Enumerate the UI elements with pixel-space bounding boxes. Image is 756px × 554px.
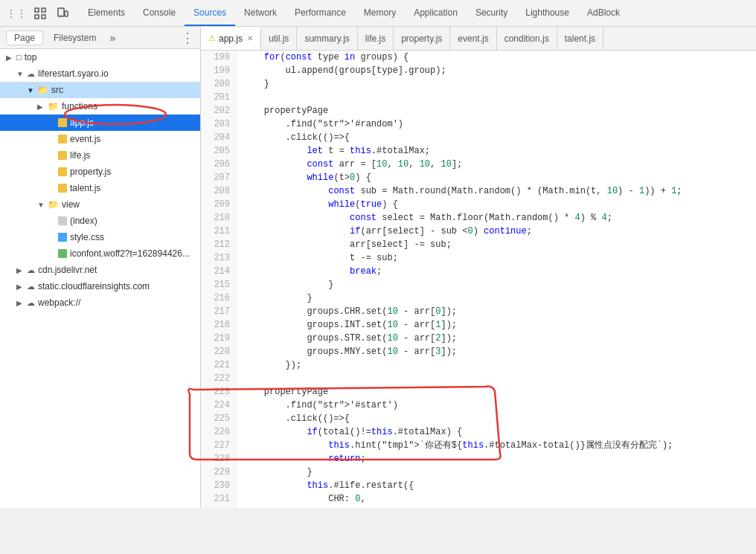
domain-icon: ☁ [27, 298, 35, 308]
file-tab-propertyjs[interactable]: property.js [394, 27, 450, 50]
tab-memory[interactable]: Memory [355, 0, 405, 26]
arrow-icon: ▶ [16, 283, 27, 291]
sidebar-options-icon[interactable]: ⋮ [181, 30, 194, 46]
tree-item-domain[interactable]: ▼ ☁ liferestart.syaro.io [0, 65, 200, 82]
devtools-toolbar: ⋮⋮ Elements Console Sources Network Perf… [0, 0, 756, 27]
warning-icon: ⚠ [208, 33, 216, 43]
tree-label-webpack: webpack:// [38, 297, 80, 308]
file-tab-label: condition.js [504, 33, 549, 44]
arrow-icon: ▶ [16, 266, 27, 274]
file-tab-summaryjs[interactable]: summary.js [297, 27, 357, 50]
code-container[interactable]: 1981992002012022032042052062072082092102… [201, 51, 756, 508]
file-icon [58, 216, 67, 225]
tab-performance[interactable]: Performance [286, 0, 355, 26]
tab-lighthouse[interactable]: Lighthouse [516, 0, 578, 26]
svg-rect-2 [42, 8, 45, 12]
page-tab[interactable]: Page [6, 30, 43, 45]
tab-network[interactable]: Network [235, 0, 286, 26]
file-tab-label: life.js [365, 33, 385, 44]
sidebar-header: Page Filesystem » ⋮ [0, 27, 200, 49]
tree-item-iconfont[interactable]: iconfont.woff2?t=162894426... [0, 245, 200, 262]
domain-icon: ☁ [27, 265, 35, 275]
svg-rect-5 [65, 11, 68, 16]
tab-application[interactable]: Application [405, 0, 467, 26]
code-content[interactable]: for(const type in groups) { ul.append(gr… [237, 51, 756, 508]
js-file-icon [58, 184, 67, 193]
tree-item-eventjs[interactable]: event.js [0, 131, 200, 147]
inspect-icon[interactable] [30, 3, 51, 24]
js-file-icon [58, 135, 67, 144]
tab-elements[interactable]: Elements [79, 0, 134, 26]
line-numbers: 1981992002012022032042052062072082092102… [201, 51, 237, 508]
tree-label-iconfont: iconfont.woff2?t=162894426... [70, 248, 190, 259]
tree-label-functions: functions [62, 101, 97, 112]
file-tree: ▶ □ top ▼ ☁ liferestart.syaro.io ▼ 📁 src [0, 49, 200, 311]
tab-security[interactable]: Security [467, 0, 516, 26]
tree-item-cloudflare[interactable]: ▶ ☁ static.cloudflareinsights.com [0, 278, 200, 294]
file-tab-utiljs[interactable]: util.js [261, 27, 297, 50]
tab-console[interactable]: Console [134, 0, 185, 26]
tree-item-appjs[interactable]: app.js [0, 115, 200, 131]
js-file-icon [58, 167, 67, 176]
tree-label-index: (index) [70, 216, 97, 226]
js-file-icon [58, 118, 67, 127]
file-tab-label: app.js [219, 33, 243, 44]
tree-label-eventjs: event.js [70, 134, 100, 144]
tree-item-propertyjs[interactable]: property.js [0, 164, 200, 180]
tree-item-view[interactable]: ▼ 📁 view [0, 196, 200, 213]
arrow-icon: ▼ [37, 201, 48, 209]
tree-item-index[interactable]: (index) [0, 213, 200, 229]
device-toggle-icon[interactable] [52, 3, 73, 24]
file-tab-conditionjs[interactable]: condition.js [497, 27, 557, 50]
tree-item-src[interactable]: ▼ 📁 src [0, 82, 200, 98]
arrow-icon: ▶ [16, 299, 27, 307]
file-tabs: ⚠ app.js ✕ util.js summary.js life.js pr… [201, 27, 756, 51]
svg-rect-3 [42, 15, 45, 19]
svg-point-6 [60, 14, 61, 15]
close-icon[interactable]: ✕ [247, 34, 253, 42]
svg-rect-0 [35, 8, 39, 12]
folder-icon: 📁 [37, 85, 48, 95]
tree-label-cloudflare: static.cloudflareinsights.com [38, 281, 150, 292]
drag-handle: ⋮⋮ [3, 7, 30, 19]
more-button[interactable]: » [106, 30, 118, 45]
tree-label-talentjs: talent.js [70, 183, 100, 193]
file-tab-label: event.js [458, 33, 488, 44]
folder-icon: 📁 [48, 101, 59, 112]
file-tab-label: util.js [269, 33, 289, 44]
sources-panel: ⚠ app.js ✕ util.js summary.js life.js pr… [201, 27, 756, 508]
filesystem-tab[interactable]: Filesystem [46, 31, 103, 45]
font-file-icon [58, 249, 67, 258]
tree-label-lifejs: life.js [70, 150, 90, 161]
tree-label-domain: liferestart.syaro.io [38, 68, 109, 79]
tree-item-lifejs[interactable]: life.js [0, 147, 200, 164]
svg-rect-1 [35, 15, 39, 19]
tree-item-talentjs[interactable]: talent.js [0, 180, 200, 196]
arrow-icon: ▼ [27, 86, 37, 94]
tree-item-stylecss[interactable]: style.css [0, 229, 200, 245]
main-tabs: Elements Console Sources Network Perform… [79, 0, 629, 26]
tree-label-propertyjs: property.js [70, 167, 111, 177]
tree-label-appjs: app.js [70, 117, 94, 128]
tree-item-functions[interactable]: ▶ 📁 functions [0, 98, 200, 115]
file-tab-appjs[interactable]: ⚠ app.js ✕ [201, 27, 261, 50]
toolbar-icons [30, 3, 73, 24]
tree-item-webpack[interactable]: ▶ ☁ webpack:// [0, 294, 200, 311]
tree-label-top: top [25, 52, 37, 62]
tree-label-src: src [51, 85, 63, 95]
code-editor: 1981992002012022032042052062072082092102… [201, 51, 756, 508]
tab-sources[interactable]: Sources [185, 0, 235, 26]
css-file-icon [58, 233, 67, 242]
file-tab-talentjs[interactable]: talent.js [557, 27, 603, 50]
tree-label-stylecss: style.css [70, 232, 104, 242]
js-file-icon [58, 151, 67, 160]
devtools-main: Page Filesystem » ⋮ ▶ □ top ▼ ☁ liferest… [0, 27, 756, 508]
arrow-icon: ▶ [37, 103, 48, 111]
tree-item-top[interactable]: ▶ □ top [0, 49, 200, 65]
domain-icon: ☁ [27, 69, 35, 79]
folder-icon: 📁 [48, 199, 59, 210]
tree-item-cdn[interactable]: ▶ ☁ cdn.jsdelivr.net [0, 262, 200, 278]
file-tab-lifejs[interactable]: life.js [358, 27, 394, 50]
file-tab-eventjs[interactable]: event.js [450, 27, 496, 50]
tab-adblock[interactable]: AdBlock [578, 0, 629, 26]
